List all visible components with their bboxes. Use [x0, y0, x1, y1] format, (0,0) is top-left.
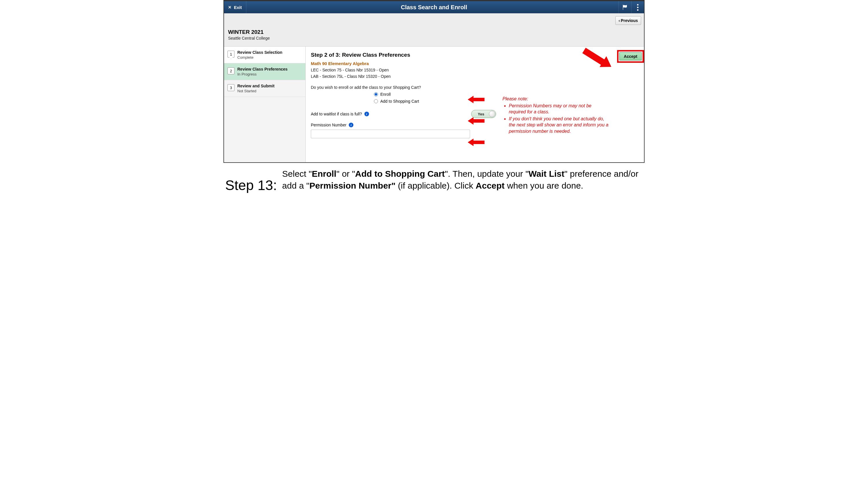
institution-name: Seattle Central College [228, 36, 640, 40]
caption-text: (if applicable). Click [396, 181, 476, 190]
main-panel: Accept Step 2 of 3: Review Class Prefere… [306, 46, 644, 162]
subheader: ‹Previous WINTER 2021 Seattle Central Co… [224, 13, 644, 46]
annotation-arrow-toggle [468, 117, 485, 125]
waitlist-label: Add to waitlist if class is full? [311, 112, 362, 116]
caption-text: " or " [336, 169, 355, 178]
accept-button[interactable]: Accept [619, 52, 642, 61]
chevron-left-icon: ‹ [619, 18, 620, 23]
app-window: ✕ Exit Class Search and Enroll ‹Previous… [223, 0, 645, 163]
permission-number-input[interactable] [311, 130, 470, 138]
annotation-note: Please note: Permission Numbers may or m… [502, 96, 610, 135]
info-icon[interactable]: i [364, 112, 369, 116]
step-number-badge: 2 [227, 67, 235, 74]
step-status: In Progress [237, 72, 302, 76]
term-name: WINTER 2021 [228, 29, 640, 35]
banner-actions [619, 1, 644, 13]
caption-step-label: Step 13: [223, 167, 277, 193]
info-icon[interactable]: i [349, 123, 353, 127]
radio-cart-label: Add to Shopping Cart [380, 99, 419, 103]
exit-label: Exit [234, 5, 242, 10]
enroll-question: Do you wish to enroll or add the class t… [311, 85, 639, 90]
step-item-1[interactable]: 1 Review Class Selection Complete [224, 46, 305, 63]
accept-highlight: Accept [617, 50, 644, 63]
toggle-knob [489, 111, 495, 117]
radio-enroll-label: Enroll [380, 92, 391, 97]
radio-enroll-input[interactable] [374, 92, 378, 96]
previous-label: Previous [621, 18, 638, 23]
caption-bold: Accept [475, 181, 504, 190]
note-bullet: Permission Numbers may or may not be req… [509, 103, 610, 115]
step-item-3[interactable]: 3 Review and Submit Not Started [224, 80, 305, 97]
caption-bold: Permission Number" [309, 181, 396, 190]
step-status: Complete [237, 55, 302, 60]
more-menu-icon[interactable] [631, 1, 644, 13]
annotation-arrow-permission [468, 138, 485, 146]
toggle-value: Yes [478, 112, 484, 116]
annotation-arrow-radio [468, 96, 485, 103]
banner-bar: ✕ Exit Class Search and Enroll [224, 1, 644, 13]
permission-label: Permission Number [311, 123, 346, 127]
step-title: Review Class Preferences [237, 67, 302, 71]
step-title: Review Class Selection [237, 50, 302, 55]
caption-text: ". Then, update your " [445, 169, 528, 178]
close-icon: ✕ [228, 5, 231, 9]
content-body: 1 Review Class Selection Complete 2 Revi… [224, 46, 644, 162]
step-number-badge: 1 [227, 51, 235, 58]
section-line: LAB - Section 75L - Class Nbr 15320 - Op… [311, 74, 639, 79]
waitlist-toggle-wrap: Yes [471, 110, 496, 118]
section-line: LEC - Section 75 - Class Nbr 15319 - Ope… [311, 68, 639, 72]
exit-button[interactable]: ✕ Exit [224, 1, 246, 13]
step-status: Not Started [237, 89, 302, 93]
radio-cart-input[interactable] [374, 99, 378, 103]
previous-button[interactable]: ‹Previous [615, 16, 641, 25]
flag-icon[interactable] [619, 1, 631, 13]
step-number-badge: 3 [227, 84, 235, 91]
step-caption: Step 13: Select "Enroll" or "Add to Shop… [223, 167, 645, 193]
page-title: Class Search and Enroll [224, 4, 644, 11]
caption-bold: Enroll [312, 169, 336, 178]
note-bullet: If you don't think you need one but actu… [509, 116, 610, 134]
caption-bold: Add to Shopping Cart [355, 169, 445, 178]
caption-text: Select " [282, 169, 312, 178]
caption-bold: Wait List [528, 169, 564, 178]
steps-sidebar: 1 Review Class Selection Complete 2 Revi… [224, 46, 306, 162]
caption-text: when you are done. [504, 181, 583, 190]
note-heading: Please note: [502, 96, 610, 102]
step-title: Review and Submit [237, 84, 302, 88]
caption-body: Select "Enroll" or "Add to Shopping Cart… [282, 167, 645, 192]
step-item-2[interactable]: 2 Review Class Preferences In Progress [224, 63, 305, 80]
waitlist-toggle[interactable]: Yes [471, 110, 496, 118]
